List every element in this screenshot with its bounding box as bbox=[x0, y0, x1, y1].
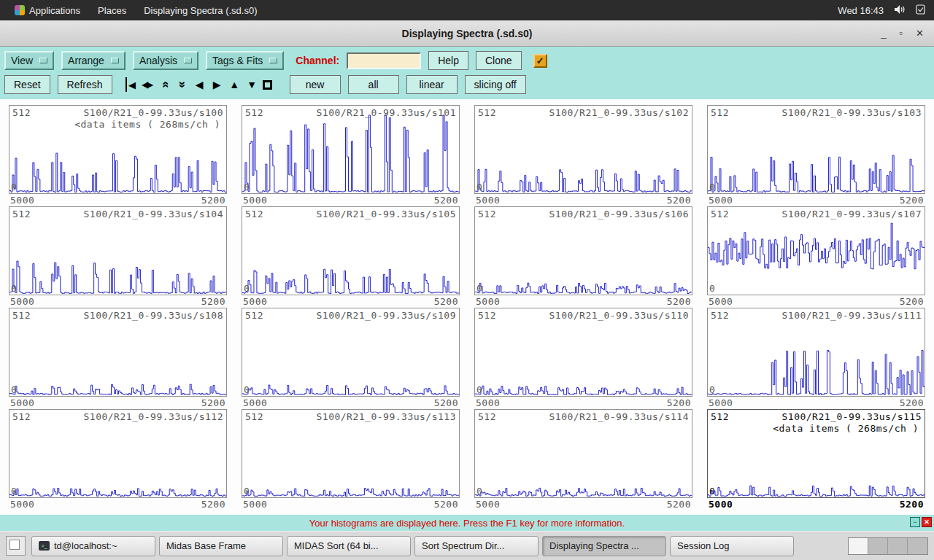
plot-area: 512S100/R21_0-99.33us/s1110 bbox=[707, 308, 925, 397]
spectrum-panel-s103[interactable]: 512S100/R21_0-99.33us/s103050005200 bbox=[707, 105, 925, 206]
close-button[interactable]: ✕ bbox=[916, 28, 924, 39]
all-button[interactable]: all bbox=[348, 75, 399, 94]
taskbar-button[interactable]: >_td@localhost:~ bbox=[31, 536, 155, 556]
workspace-cell-4[interactable] bbox=[908, 538, 927, 554]
scroll-up-icon[interactable]: ▲ bbox=[228, 77, 242, 92]
y-min-label: 0 bbox=[709, 385, 715, 394]
spectrum-panel-s111[interactable]: 512S100/R21_0-99.33us/s111050005200 bbox=[707, 308, 925, 409]
spectrum-panel-s102[interactable]: 512S100/R21_0-99.33us/s102050005200 bbox=[474, 105, 692, 206]
spectrum-panel-s108[interactable]: 512S100/R21_0-99.33us/s108050005200 bbox=[9, 308, 227, 409]
app-window: Displaying Spectra (.sd.s0) _ ▫ ✕ View A… bbox=[0, 20, 934, 531]
analysis-menu-button[interactable]: Analysis bbox=[133, 51, 198, 70]
scroll-right-icon[interactable]: ▶ bbox=[210, 77, 224, 92]
terminal-icon: >_ bbox=[39, 541, 50, 551]
spectrum-panel-s115[interactable]: 512S100/R21_0-99.33us/s115<data items ( … bbox=[707, 409, 925, 510]
spectrum-panel-s113[interactable]: 512S100/R21_0-99.33us/s113050005200 bbox=[242, 409, 460, 510]
plot-area: 512S100/R21_0-99.33us/s1020 bbox=[474, 105, 692, 194]
expand-x-icon[interactable]: ◀▶ bbox=[140, 77, 154, 92]
x-max-label: 5200 bbox=[434, 397, 458, 408]
plot-area: 512S100/R21_0-99.33us/s1100 bbox=[474, 308, 692, 397]
toolbar-row-2: Reset Refresh ◀◀▶»»◀▶▲▼ new all linear s… bbox=[4, 74, 930, 95]
taskbar-button[interactable]: Displaying Spectra ... bbox=[542, 536, 666, 556]
taskbar-button-label: Session Log bbox=[677, 540, 730, 551]
scroll-home-icon[interactable]: ◀ bbox=[126, 77, 136, 92]
refresh-button[interactable]: Refresh bbox=[58, 75, 112, 94]
statusbar-close-icon[interactable]: ✕ bbox=[922, 517, 932, 527]
maximize-button[interactable]: ▫ bbox=[899, 28, 903, 39]
spectrum-trace bbox=[9, 410, 226, 497]
plot-area: 512S100/R21_0-99.33us/s1010 bbox=[242, 105, 460, 194]
places-menu[interactable]: Places bbox=[89, 0, 135, 20]
statusbar-minimize-icon[interactable]: − bbox=[910, 517, 920, 527]
spectrum-panel-s112[interactable]: 512S100/R21_0-99.33us/s112050005200 bbox=[9, 409, 227, 510]
spectrum-trace bbox=[475, 106, 692, 193]
spectrum-panel-s114[interactable]: 512S100/R21_0-99.33us/s114050005200 bbox=[474, 409, 692, 510]
slicing-off-button[interactable]: slicing off bbox=[465, 75, 526, 94]
spectrum-panel-s101[interactable]: 512S100/R21_0-99.33us/s101050005200 bbox=[242, 105, 460, 206]
page-down-icon[interactable]: » bbox=[174, 78, 189, 92]
plot-area: 512S100/R21_0-99.33us/s1040 bbox=[9, 206, 227, 295]
y-max-label: 512 bbox=[478, 311, 496, 320]
spectrum-panel-s106[interactable]: 512S100/R21_0-99.33us/s106050005200 bbox=[474, 206, 692, 308]
spectrum-name: S100/R21_0-99.33us/s109 bbox=[316, 311, 456, 320]
channel-input[interactable] bbox=[347, 52, 421, 69]
workspace-cell-1[interactable] bbox=[849, 538, 868, 554]
active-window-menu[interactable]: Displaying Spectra (.sd.s0) bbox=[135, 0, 266, 20]
x-max-label: 5200 bbox=[434, 499, 458, 510]
reset-button[interactable]: Reset bbox=[4, 75, 50, 94]
x-min-label: 5000 bbox=[709, 499, 733, 510]
y-max-label: 512 bbox=[245, 311, 263, 320]
taskbar-button[interactable]: MIDAS Sort (64 bi... bbox=[287, 536, 411, 556]
y-min-label: 0 bbox=[476, 486, 482, 496]
x-axis-labels: 50005200 bbox=[9, 397, 227, 409]
spectrum-info: <data items ( 268ms/ch ) bbox=[74, 120, 220, 129]
y-max-label: 512 bbox=[12, 209, 31, 219]
new-button[interactable]: new bbox=[290, 75, 341, 94]
minimize-button[interactable]: _ bbox=[881, 28, 886, 39]
spectrum-panel-s107[interactable]: 512S100/R21_0-99.33us/s107050005200 bbox=[707, 206, 925, 308]
linear-button[interactable]: linear bbox=[406, 75, 458, 94]
workspace-switcher bbox=[848, 537, 928, 555]
taskbar-button[interactable]: Midas Base Frame bbox=[159, 536, 283, 556]
spectrum-panel-s109[interactable]: 512S100/R21_0-99.33us/s109050005200 bbox=[242, 308, 460, 409]
page-up-icon[interactable]: » bbox=[157, 78, 171, 92]
stop-icon[interactable] bbox=[263, 80, 272, 90]
taskbar-button[interactable]: Session Log bbox=[670, 536, 794, 556]
scroll-down-icon[interactable]: ▼ bbox=[245, 77, 259, 92]
taskbar-button[interactable]: Sort Spectrum Dir... bbox=[414, 536, 539, 556]
y-max-label: 512 bbox=[711, 209, 729, 219]
spectrum-trace bbox=[242, 207, 459, 295]
spectrum-panel-s104[interactable]: 512S100/R21_0-99.33us/s104050005200 bbox=[9, 206, 227, 308]
x-axis-labels: 50005200 bbox=[474, 397, 692, 409]
spectrum-panel-s105[interactable]: 512S100/R21_0-99.33us/s105050005200 bbox=[242, 206, 460, 308]
x-min-label: 5000 bbox=[709, 397, 733, 408]
clone-button[interactable]: Clone bbox=[476, 51, 522, 70]
view-menu-button[interactable]: View bbox=[4, 51, 54, 70]
window-titlebar[interactable]: Displaying Spectra (.sd.s0) _ ▫ ✕ bbox=[0, 20, 934, 47]
spectrum-panel-s110[interactable]: 512S100/R21_0-99.33us/s110050005200 bbox=[474, 308, 692, 409]
help-button[interactable]: Help bbox=[428, 51, 468, 70]
clock[interactable]: Wed 16:43 bbox=[838, 5, 884, 16]
spectrum-trace bbox=[242, 410, 459, 497]
spectrum-trace bbox=[708, 207, 925, 295]
x-axis-labels: 50005200 bbox=[9, 194, 227, 206]
x-max-label: 5200 bbox=[667, 296, 691, 307]
arrange-menu-button[interactable]: Arrange bbox=[61, 51, 126, 70]
show-desktop-button[interactable] bbox=[6, 536, 26, 556]
spectrum-panel-s100[interactable]: 512S100/R21_0-99.33us/s100<data items ( … bbox=[9, 105, 227, 206]
workspace-cell-3[interactable] bbox=[888, 538, 908, 554]
plot-area: 512S100/R21_0-99.33us/s1140 bbox=[474, 409, 692, 498]
volume-icon[interactable] bbox=[894, 4, 906, 17]
applications-menu[interactable]: Applications bbox=[6, 0, 89, 20]
spectrum-name: S100/R21_0-99.33us/s111 bbox=[781, 311, 922, 320]
workspace-cell-2[interactable] bbox=[868, 538, 888, 554]
scroll-left-icon[interactable]: ◀ bbox=[193, 77, 207, 92]
x-axis-labels: 50005200 bbox=[242, 498, 460, 510]
notes-applet-icon[interactable] bbox=[916, 4, 925, 17]
x-max-label: 5200 bbox=[900, 397, 924, 408]
tags-fits-menu-button[interactable]: Tags & Fits bbox=[206, 51, 284, 70]
taskbar-button-label: td@localhost:~ bbox=[54, 540, 117, 551]
spectrum-name: S100/R21_0-99.33us/s110 bbox=[549, 311, 689, 320]
channel-checkbox[interactable]: ✓ bbox=[533, 54, 547, 68]
active-window-label: Displaying Spectra (.sd.s0) bbox=[144, 5, 257, 16]
